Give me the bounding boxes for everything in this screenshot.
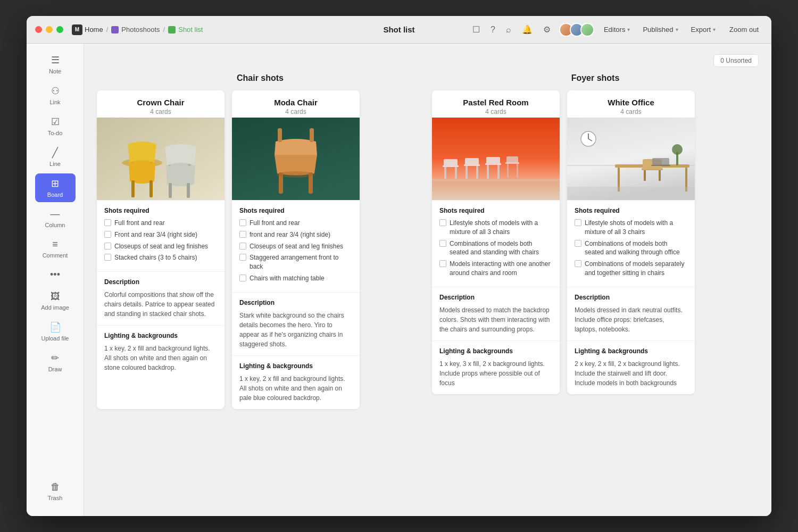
svg-rect-0	[97, 118, 225, 200]
published-dropdown[interactable]: Published ▾	[639, 23, 681, 36]
breadcrumb-shotlist[interactable]: Shot list	[168, 26, 203, 34]
checkbox-icon[interactable]	[104, 254, 111, 261]
sidebar-item-note[interactable]: ☰ Note	[35, 50, 76, 79]
svg-rect-23	[466, 166, 468, 179]
export-dropdown[interactable]: Export ▾	[688, 23, 719, 36]
sidebar-item-addimage[interactable]: 🖼 Add image	[35, 287, 76, 315]
office-check-3: Combinations of models separately and to…	[575, 260, 687, 278]
addimage-icon: 🖼	[51, 291, 60, 302]
office-image	[567, 118, 695, 200]
checkbox-icon[interactable]	[439, 240, 446, 247]
titlebar-right: ☐ ? ⌕ 🔔 ⚙ Editors ▾ Published ▾ Export ▾	[470, 22, 763, 37]
home-label[interactable]: Home	[85, 26, 103, 34]
svg-rect-3	[149, 180, 153, 197]
breadcrumb-sep2: /	[163, 26, 165, 34]
moda-desc-text: Stark white background so the chairs det…	[239, 311, 352, 349]
settings-icon-btn[interactable]: ⚙	[541, 22, 553, 37]
foyer-shots-columns: Pastel Red Room 4 cards	[432, 90, 759, 394]
crown-lighting-section: Lighting & backgrounds 1 x key, 2 x fill…	[97, 325, 225, 379]
draw-label: Draw	[48, 366, 62, 372]
link-label: Link	[49, 99, 60, 105]
minimize-button[interactable]	[46, 26, 53, 33]
editors-dropdown[interactable]: Editors ▾	[601, 23, 633, 36]
office-lighting-title: Lighting & backgrounds	[575, 347, 687, 355]
breadcrumb-photoshoots[interactable]: Photoshoots	[111, 26, 160, 34]
chevron-down-icon2: ▾	[676, 27, 678, 32]
pastel-lighting-title: Lighting & backgrounds	[439, 347, 552, 355]
sort-button[interactable]: 0 Unsorted	[713, 54, 759, 67]
uploadfile-label: Upload file	[41, 335, 69, 342]
link-icon: ⚇	[51, 85, 60, 97]
checkbox-icon[interactable]	[239, 254, 246, 261]
checkbox-icon[interactable]	[439, 260, 446, 267]
checkbox-icon[interactable]	[239, 219, 246, 226]
bell-icon-btn[interactable]: 🔔	[520, 22, 535, 37]
sidebar-item-trash[interactable]: 🗑 Trash	[35, 477, 76, 505]
crown-title: Crown Chair	[104, 98, 217, 107]
checkbox-icon[interactable]	[104, 243, 111, 250]
card-crown-chair: Crown Chair 4 cards	[97, 90, 225, 409]
sidebar-item-more[interactable]: •••	[35, 265, 76, 285]
sidebar-item-draw[interactable]: ✏ Draw	[35, 348, 76, 377]
sidebar-item-board[interactable]: ⊞ Board	[35, 173, 76, 202]
help-icon-btn[interactable]: ?	[488, 23, 497, 37]
titlebar-center: Shot list	[383, 25, 414, 34]
pastel-check-3: Models interacting with one another arou…	[439, 260, 552, 278]
moda-check-3: Closeups of seat and leg finishes	[239, 242, 352, 251]
column-icon: —	[51, 209, 60, 220]
checkbox-icon[interactable]	[575, 260, 581, 267]
pastel-title: Pastel Red Room	[439, 98, 552, 107]
app-window: M Home / Photoshoots / Shot list Shot li…	[27, 16, 771, 516]
todo-label: To-do	[48, 130, 63, 136]
checkbox-icon[interactable]	[239, 275, 246, 281]
checkbox-icon[interactable]	[439, 219, 446, 226]
office-desc-text: Models dressed in dark neutral outfits. …	[575, 305, 687, 334]
trash-label: Trash	[48, 495, 63, 501]
svg-rect-14	[310, 128, 314, 142]
office-shots-section: Shots required Lifestyle shots of models…	[567, 200, 695, 287]
sidebar-item-line[interactable]: ╱ Line	[35, 143, 76, 171]
sidebar-item-todo[interactable]: ☑ To-do	[35, 112, 76, 140]
pastel-desc-title: Description	[439, 294, 552, 301]
checkbox-icon[interactable]	[575, 240, 581, 247]
foyer-shots-title: Foyer shots	[432, 73, 759, 83]
svg-rect-44	[644, 170, 646, 181]
crown-check-1: Full front and rear	[104, 219, 217, 228]
zoom-out-button[interactable]: Zoom out	[725, 23, 763, 36]
close-button[interactable]	[35, 26, 42, 33]
sidebar-item-link[interactable]: ⚇ Link	[35, 81, 76, 110]
checkbox-icon[interactable]	[104, 231, 111, 238]
avatar-3	[580, 23, 594, 37]
shotlist-label[interactable]: Shot list	[178, 26, 203, 34]
export-label: Export	[691, 26, 711, 34]
pastel-lighting-text: 1 x key, 3 x fill, 2 x background lights…	[439, 359, 552, 388]
fullscreen-button[interactable]	[56, 26, 63, 33]
pastel-svg	[432, 118, 560, 200]
sidebar-item-comment[interactable]: ≡ Comment	[35, 235, 76, 263]
pastel-shots-title: Shots required	[439, 207, 552, 214]
checkbox-icon[interactable]	[239, 243, 246, 250]
section-chair-shots: Chair shots Crown Chair 4 cards	[97, 73, 423, 409]
search-icon-btn[interactable]: ⌕	[504, 23, 513, 37]
checkbox-icon[interactable]	[575, 219, 581, 226]
note-label: Note	[49, 68, 61, 74]
checkbox-icon[interactable]	[239, 231, 246, 238]
photoshoots-label[interactable]: Photoshoots	[121, 26, 160, 34]
breadcrumb-home[interactable]: M Home	[72, 24, 103, 35]
sidebar-item-column[interactable]: — Column	[35, 204, 76, 232]
pastel-shots-section: Shots required Lifestyle shots of models…	[432, 200, 560, 287]
checkbox-icon[interactable]	[104, 219, 111, 226]
moda-lighting-text: 1 x key, 2 x fill and background lights.…	[239, 374, 352, 403]
device-icon-btn[interactable]: ☐	[470, 22, 482, 37]
moda-check-2: front and rear 3/4 (right side)	[239, 230, 352, 239]
crown-lighting-text: 1 x key, 2 x fill and background lights.…	[104, 344, 217, 372]
crown-check-4: Stacked chairs (3 to 5 chairs)	[104, 253, 217, 262]
content-area: 0 Unsorted Chair shots Crown Chair 4 car…	[84, 44, 771, 516]
trash-icon: 🗑	[51, 481, 60, 493]
svg-rect-19	[444, 167, 446, 179]
crown-desc-title: Description	[104, 278, 217, 286]
sidebar-item-uploadfile[interactable]: 📄 Upload file	[35, 317, 76, 346]
line-icon: ╱	[52, 147, 58, 159]
pastel-image	[432, 118, 560, 200]
line-label: Line	[49, 161, 61, 167]
